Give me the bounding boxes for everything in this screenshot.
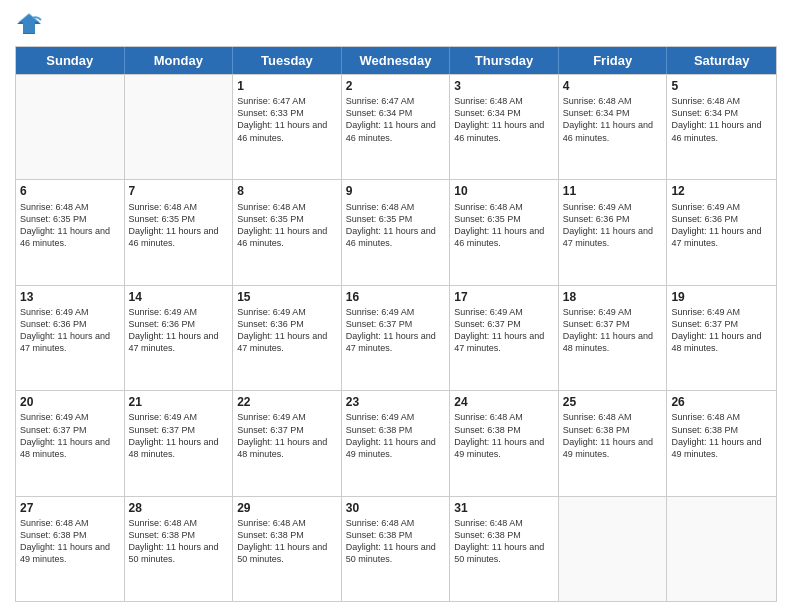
calendar-body: 1Sunrise: 6:47 AMSunset: 6:33 PMDaylight… (16, 74, 776, 601)
day-number: 6 (20, 183, 120, 199)
table-row: 26Sunrise: 6:48 AMSunset: 6:38 PMDayligh… (667, 391, 776, 495)
cell-detail: Sunrise: 6:48 AMSunset: 6:38 PMDaylight:… (20, 517, 120, 566)
day-number: 23 (346, 394, 446, 410)
table-row: 15Sunrise: 6:49 AMSunset: 6:36 PMDayligh… (233, 286, 342, 390)
sunset-text: Sunset: 6:35 PM (346, 214, 413, 224)
daylight-text: Daylight: 11 hours and 46 minutes. (346, 120, 436, 142)
sunset-text: Sunset: 6:36 PM (237, 319, 304, 329)
table-row: 1Sunrise: 6:47 AMSunset: 6:33 PMDaylight… (233, 75, 342, 179)
header-day-sunday: Sunday (16, 47, 125, 74)
cell-detail: Sunrise: 6:49 AMSunset: 6:37 PMDaylight:… (237, 411, 337, 460)
daylight-text: Daylight: 11 hours and 46 minutes. (237, 226, 327, 248)
daylight-text: Daylight: 11 hours and 48 minutes. (563, 331, 653, 353)
cell-detail: Sunrise: 6:48 AMSunset: 6:34 PMDaylight:… (454, 95, 554, 144)
day-number: 27 (20, 500, 120, 516)
day-number: 26 (671, 394, 772, 410)
table-row: 30Sunrise: 6:48 AMSunset: 6:38 PMDayligh… (342, 497, 451, 601)
sunset-text: Sunset: 6:34 PM (563, 108, 630, 118)
daylight-text: Daylight: 11 hours and 46 minutes. (563, 120, 653, 142)
daylight-text: Daylight: 11 hours and 48 minutes. (237, 437, 327, 459)
table-row: 24Sunrise: 6:48 AMSunset: 6:38 PMDayligh… (450, 391, 559, 495)
day-number: 1 (237, 78, 337, 94)
table-row (125, 75, 234, 179)
sunset-text: Sunset: 6:34 PM (454, 108, 521, 118)
sunrise-text: Sunrise: 6:49 AM (237, 412, 306, 422)
daylight-text: Daylight: 11 hours and 46 minutes. (20, 226, 110, 248)
table-row: 31Sunrise: 6:48 AMSunset: 6:38 PMDayligh… (450, 497, 559, 601)
page: SundayMondayTuesdayWednesdayThursdayFrid… (0, 0, 792, 612)
daylight-text: Daylight: 11 hours and 47 minutes. (346, 331, 436, 353)
cell-detail: Sunrise: 6:48 AMSunset: 6:34 PMDaylight:… (671, 95, 772, 144)
daylight-text: Daylight: 11 hours and 47 minutes. (129, 331, 219, 353)
sunset-text: Sunset: 6:37 PM (563, 319, 630, 329)
sunset-text: Sunset: 6:35 PM (20, 214, 87, 224)
day-number: 3 (454, 78, 554, 94)
table-row: 13Sunrise: 6:49 AMSunset: 6:36 PMDayligh… (16, 286, 125, 390)
cell-detail: Sunrise: 6:49 AMSunset: 6:36 PMDaylight:… (671, 201, 772, 250)
daylight-text: Daylight: 11 hours and 50 minutes. (129, 542, 219, 564)
table-row (559, 497, 668, 601)
sunrise-text: Sunrise: 6:48 AM (20, 518, 89, 528)
sunset-text: Sunset: 6:36 PM (129, 319, 196, 329)
sunrise-text: Sunrise: 6:47 AM (346, 96, 415, 106)
sunset-text: Sunset: 6:34 PM (671, 108, 738, 118)
table-row: 3Sunrise: 6:48 AMSunset: 6:34 PMDaylight… (450, 75, 559, 179)
header-day-saturday: Saturday (667, 47, 776, 74)
sunrise-text: Sunrise: 6:49 AM (346, 307, 415, 317)
day-number: 22 (237, 394, 337, 410)
day-number: 9 (346, 183, 446, 199)
sunrise-text: Sunrise: 6:49 AM (129, 307, 198, 317)
day-number: 14 (129, 289, 229, 305)
week-row-1: 1Sunrise: 6:47 AMSunset: 6:33 PMDaylight… (16, 74, 776, 179)
sunset-text: Sunset: 6:36 PM (20, 319, 87, 329)
table-row: 12Sunrise: 6:49 AMSunset: 6:36 PMDayligh… (667, 180, 776, 284)
cell-detail: Sunrise: 6:48 AMSunset: 6:38 PMDaylight:… (671, 411, 772, 460)
sunrise-text: Sunrise: 6:49 AM (20, 412, 89, 422)
sunrise-text: Sunrise: 6:48 AM (129, 202, 198, 212)
daylight-text: Daylight: 11 hours and 47 minutes. (20, 331, 110, 353)
day-number: 7 (129, 183, 229, 199)
sunrise-text: Sunrise: 6:49 AM (563, 202, 632, 212)
day-number: 15 (237, 289, 337, 305)
table-row: 8Sunrise: 6:48 AMSunset: 6:35 PMDaylight… (233, 180, 342, 284)
sunrise-text: Sunrise: 6:49 AM (20, 307, 89, 317)
table-row: 7Sunrise: 6:48 AMSunset: 6:35 PMDaylight… (125, 180, 234, 284)
sunset-text: Sunset: 6:37 PM (20, 425, 87, 435)
sunset-text: Sunset: 6:37 PM (671, 319, 738, 329)
table-row: 29Sunrise: 6:48 AMSunset: 6:38 PMDayligh… (233, 497, 342, 601)
sunrise-text: Sunrise: 6:49 AM (671, 202, 740, 212)
sunrise-text: Sunrise: 6:48 AM (20, 202, 89, 212)
daylight-text: Daylight: 11 hours and 47 minutes. (237, 331, 327, 353)
cell-detail: Sunrise: 6:49 AMSunset: 6:37 PMDaylight:… (20, 411, 120, 460)
day-number: 24 (454, 394, 554, 410)
table-row: 28Sunrise: 6:48 AMSunset: 6:38 PMDayligh… (125, 497, 234, 601)
header-day-friday: Friday (559, 47, 668, 74)
sunrise-text: Sunrise: 6:48 AM (454, 96, 523, 106)
sunrise-text: Sunrise: 6:49 AM (671, 307, 740, 317)
sunrise-text: Sunrise: 6:48 AM (454, 518, 523, 528)
table-row: 9Sunrise: 6:48 AMSunset: 6:35 PMDaylight… (342, 180, 451, 284)
sunrise-text: Sunrise: 6:48 AM (346, 518, 415, 528)
week-row-2: 6Sunrise: 6:48 AMSunset: 6:35 PMDaylight… (16, 179, 776, 284)
cell-detail: Sunrise: 6:49 AMSunset: 6:36 PMDaylight:… (20, 306, 120, 355)
day-number: 17 (454, 289, 554, 305)
header (15, 10, 777, 38)
table-row: 11Sunrise: 6:49 AMSunset: 6:36 PMDayligh… (559, 180, 668, 284)
daylight-text: Daylight: 11 hours and 46 minutes. (454, 226, 544, 248)
day-number: 8 (237, 183, 337, 199)
daylight-text: Daylight: 11 hours and 49 minutes. (454, 437, 544, 459)
daylight-text: Daylight: 11 hours and 46 minutes. (129, 226, 219, 248)
day-number: 20 (20, 394, 120, 410)
table-row: 16Sunrise: 6:49 AMSunset: 6:37 PMDayligh… (342, 286, 451, 390)
sunrise-text: Sunrise: 6:48 AM (563, 96, 632, 106)
cell-detail: Sunrise: 6:48 AMSunset: 6:35 PMDaylight:… (237, 201, 337, 250)
daylight-text: Daylight: 11 hours and 48 minutes. (671, 331, 761, 353)
sunset-text: Sunset: 6:38 PM (671, 425, 738, 435)
cell-detail: Sunrise: 6:47 AMSunset: 6:33 PMDaylight:… (237, 95, 337, 144)
day-number: 13 (20, 289, 120, 305)
sunrise-text: Sunrise: 6:48 AM (129, 518, 198, 528)
calendar: SundayMondayTuesdayWednesdayThursdayFrid… (15, 46, 777, 602)
day-number: 28 (129, 500, 229, 516)
table-row: 20Sunrise: 6:49 AMSunset: 6:37 PMDayligh… (16, 391, 125, 495)
daylight-text: Daylight: 11 hours and 50 minutes. (454, 542, 544, 564)
